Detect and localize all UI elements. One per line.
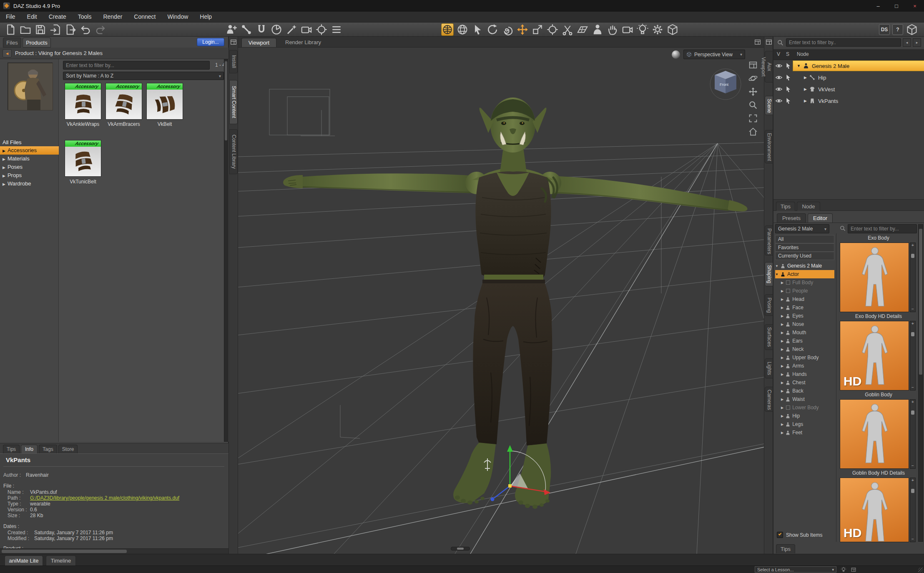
scene-row-vkpants[interactable]: ▶VkPants [773, 95, 924, 107]
light-tool-icon[interactable] [636, 23, 649, 36]
shaping-tree-genesis2male[interactable]: ▼Genesis 2 Male [775, 262, 834, 270]
tab-store[interactable]: Store [58, 445, 78, 454]
tab-tags[interactable]: Tags [39, 445, 57, 454]
scale-tool-icon[interactable] [531, 23, 544, 36]
shaping-tree-ears[interactable]: ▶Ears [775, 337, 834, 345]
quick-filter-currently-used[interactable]: Currently Used [775, 252, 834, 260]
aim-tool-icon[interactable] [315, 23, 328, 36]
product-filter-input[interactable] [63, 61, 210, 70]
active-pose-tool-icon[interactable] [546, 23, 559, 36]
help-icon[interactable]: ? [892, 24, 903, 35]
morph-slider[interactable]: +− [910, 243, 916, 312]
expand-arrow-icon[interactable]: ▶ [804, 75, 807, 80]
category-all-files[interactable]: All Files [0, 138, 59, 147]
quick-filter-all[interactable]: All [775, 235, 834, 243]
create-figure-icon[interactable] [225, 23, 238, 36]
menu-create[interactable]: Create [43, 12, 72, 22]
tab-editor[interactable]: Editor [808, 213, 833, 223]
scene-filter-input[interactable] [786, 38, 901, 47]
dock-tab-surfaces[interactable]: Surfaces [765, 324, 773, 350]
pane-options-icon[interactable] [754, 38, 761, 46]
viewport-canvas[interactable]: Perspective View ▾ Front [238, 48, 764, 554]
tab-render-library[interactable]: Render Library [278, 38, 328, 47]
list-view-icon[interactable] [330, 23, 343, 36]
visibility-eye-icon[interactable] [775, 62, 783, 70]
lesson-pane-icon[interactable] [851, 567, 856, 573]
tab-animate-lite[interactable]: aniMate Lite [5, 555, 43, 566]
dock-tab-posing[interactable]: Posing [765, 294, 773, 316]
visibility-eye-icon[interactable] [775, 74, 783, 81]
category-accessories[interactable]: ▶Accessories [0, 146, 59, 155]
dock-tab-install[interactable]: Install [229, 50, 238, 73]
camera-view-dropdown[interactable]: Perspective View ▾ [683, 50, 745, 59]
maximize-button[interactable]: □ [887, 0, 906, 12]
measure-tool-icon[interactable] [270, 23, 283, 36]
menu-tools[interactable]: Tools [72, 12, 98, 22]
slider-knob[interactable] [911, 489, 914, 493]
daz-store-icon[interactable]: DS [879, 24, 890, 35]
visibility-eye-icon[interactable] [775, 97, 783, 105]
open-file-icon[interactable] [19, 23, 32, 36]
expand-arrow-icon[interactable]: ▶ [804, 87, 807, 91]
resize-grip[interactable] [918, 568, 923, 573]
tab-presets[interactable]: Presets [777, 213, 806, 223]
shaping-tree-arms[interactable]: ▶Arms [775, 362, 834, 370]
tab-scene-node[interactable]: Node [797, 202, 820, 211]
quick-filter-favorites[interactable]: Favorites [775, 243, 834, 252]
menu-file[interactable]: File [0, 12, 21, 22]
morph-slider[interactable]: +− [910, 478, 916, 542]
scene-row-genesis2male[interactable]: ▼Genesis 2 Male [773, 60, 924, 72]
shaping-tree-eyes[interactable]: ▶Eyes [775, 312, 834, 320]
figure-tool-icon[interactable] [591, 23, 604, 36]
dock-tab-scene[interactable]: Scene [765, 96, 773, 115]
selectable-cursor-icon[interactable] [784, 85, 792, 93]
twist-tool-icon[interactable] [501, 23, 514, 36]
shaping-tree-people[interactable]: ▶People [775, 287, 834, 295]
menu-render[interactable]: Render [97, 12, 128, 22]
plus-icon[interactable]: + [910, 243, 915, 248]
shaping-tree-waist[interactable]: ▶Waist [775, 395, 834, 403]
shop-icon[interactable] [906, 23, 918, 36]
import-icon[interactable] [49, 23, 62, 36]
minus-icon[interactable]: − [910, 537, 915, 542]
shaping-tree-nose[interactable]: ▶Nose [775, 320, 834, 328]
info-horizontal-scrollbar[interactable] [0, 548, 228, 554]
expand-arrow-icon[interactable]: ▶ [804, 99, 807, 103]
dock-tab-shaping[interactable]: Shaping [765, 262, 773, 286]
shaping-tree-legs[interactable]: ▶Legs [775, 420, 834, 428]
tab-viewport[interactable]: Viewport [241, 38, 276, 47]
scene-row-hip[interactable]: ▶Hip [773, 72, 924, 83]
camera-add-icon[interactable] [300, 23, 313, 36]
product-thumb-vktunicbelt[interactable]: Accessory [65, 140, 101, 177]
shaping-filter-input[interactable] [848, 224, 917, 233]
minimize-button[interactable]: – [869, 0, 887, 12]
dock-tab-cameras[interactable]: Cameras [765, 387, 773, 412]
shaping-tree-mouth[interactable]: ▶Mouth [775, 328, 834, 337]
shaping-tree-hip[interactable]: ▶Hip [775, 412, 834, 420]
morph-thumb-goblin-body[interactable] [840, 399, 909, 469]
morph-thumb-goblin-body-hd[interactable]: HD [840, 478, 909, 542]
products-scrollbar[interactable] [224, 59, 228, 442]
path-link[interactable]: G:/DAZ3D/library/people/genesis 2 male/c… [30, 495, 179, 501]
node-selection-tool-icon[interactable] [441, 23, 454, 36]
surface-selection-tool-icon[interactable] [576, 23, 589, 36]
lighting-sphere-icon[interactable] [672, 50, 680, 59]
joint-editor-icon[interactable] [240, 23, 253, 36]
product-image[interactable] [8, 63, 53, 110]
new-scene-icon[interactable] [4, 23, 17, 36]
lesson-selector-dropdown[interactable]: Select a Lesson... ▾ [755, 566, 836, 573]
shaping-tree-upper-body[interactable]: ▶Upper Body [775, 353, 834, 362]
dock-tab-aux-viewport[interactable]: Aux Viewport [765, 51, 773, 83]
back-icon[interactable]: ◂ [3, 49, 12, 58]
selectable-cursor-icon[interactable] [784, 62, 792, 70]
geometry-editor-icon[interactable] [561, 23, 574, 36]
shaping-tree-back[interactable]: ▶Back [775, 387, 834, 395]
menu-window[interactable]: Window [161, 12, 194, 22]
universal-translate-tool-icon[interactable] [516, 23, 529, 36]
shaping-tree-chest[interactable]: ▶Chest [775, 378, 834, 387]
slider-knob[interactable] [911, 410, 914, 415]
primitive-tool-icon[interactable] [666, 23, 679, 36]
menu-help[interactable]: Help [194, 12, 218, 22]
shaping-tree-actor[interactable]: ▼Actor [775, 270, 834, 278]
plus-icon[interactable]: + [910, 400, 915, 405]
